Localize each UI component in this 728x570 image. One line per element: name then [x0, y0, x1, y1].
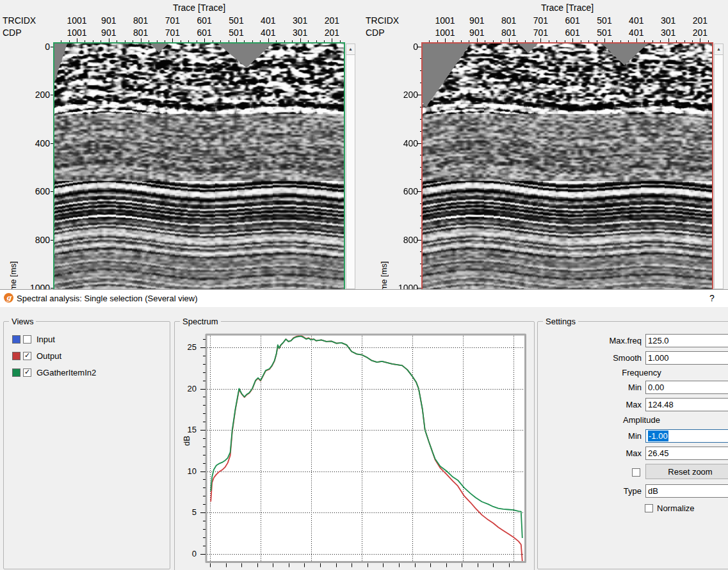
input-label: Input [36, 335, 55, 344]
application-window: Trace [Trace] TRCIDX CDP Time [ms] ▲ Tra… [0, 0, 728, 570]
ggatheritemin2-label: GGatherItemIn2 [36, 368, 96, 377]
freq-max-field[interactable] [645, 398, 728, 411]
seismic-viewer: Trace [Trace] TRCIDX CDP Time [ms] ▲ Tra… [0, 0, 728, 289]
scrollbar-left-panel[interactable]: ▲ [346, 44, 355, 289]
trcidx-tick-label: 301 [654, 15, 683, 26]
input-checkbox[interactable] [23, 335, 31, 344]
trcidx-tick-label: 801 [495, 15, 523, 26]
trcidx-tick-label: 901 [463, 15, 491, 26]
time-tick-label: 1000 [389, 283, 418, 289]
time-tick-label: 200 [389, 90, 418, 100]
time-tick-label: 800 [389, 235, 418, 245]
scrollbar-right-panel[interactable]: ▲ [714, 44, 724, 289]
spectral-analysis-dialog: g Spectral analysis: Single selection (S… [0, 289, 728, 570]
output-checkbox[interactable] [23, 352, 31, 360]
cdp-tick-label: 501 [222, 28, 250, 38]
trcidx-tick-label: 601 [558, 15, 586, 26]
normalize-checkbox[interactable] [645, 504, 653, 512]
scroll-up-icon[interactable]: ▲ [346, 44, 355, 55]
amp-max-field[interactable] [645, 447, 728, 460]
seismic-view-right[interactable] [421, 42, 713, 289]
trace-axis-title-left: Trace [Trace] [161, 3, 238, 13]
input-color-swatch [12, 335, 20, 344]
cdp-tick-label: 201 [318, 28, 346, 38]
spectrum-ytick-label: 25 [177, 342, 197, 352]
maxfreq-label: Max.freq [578, 336, 642, 345]
cdp-row-label-left: CDP [3, 28, 22, 38]
time-tick-label: 600 [389, 186, 418, 196]
spectrum-ytick-label: 5 [177, 507, 197, 517]
cdp-tick-label: 401 [254, 28, 282, 38]
help-button[interactable]: ? [709, 293, 715, 303]
cdp-tick-label: 301 [286, 28, 314, 38]
cdp-tick-label: 801 [127, 28, 155, 38]
trcidx-tick-label: 901 [95, 15, 123, 26]
time-tick-label: 400 [389, 138, 418, 148]
type-label: Type [578, 486, 642, 496]
cdp-tick-label: 1001 [63, 28, 91, 38]
spectrum-caption: Spectrum [180, 317, 221, 326]
spectrum-ytick-label: 10 [177, 466, 197, 476]
spectrum-ytick-label: 0 [177, 549, 197, 558]
cdp-tick-label: 501 [590, 28, 619, 38]
amp-max-label: Max [578, 448, 642, 458]
maxfreq-field[interactable] [645, 334, 728, 347]
views-groupbox: Views Input Output GGatherItemIn2 [3, 321, 170, 569]
cdp-tick-label: 901 [463, 28, 491, 38]
spectrum-ytick-label: 20 [177, 384, 197, 393]
frequency-section-label: Frequency [603, 368, 680, 377]
dialog-titlebar: g Spectral analysis: Single selection (S… [0, 290, 728, 307]
ggatheritemin2-checkbox[interactable] [23, 368, 31, 377]
cdp-tick-label: 901 [95, 28, 123, 38]
reset-zoom-button[interactable]: Reset zoom [645, 464, 728, 479]
cdp-tick-label: 601 [558, 28, 586, 38]
dialog-title: Spectral analysis: Single selection (Sev… [17, 294, 198, 303]
amp-min-label: Min [578, 431, 642, 441]
view-row-output: Output [4, 351, 164, 362]
cdp-tick-label: 701 [158, 28, 186, 38]
trcidx-tick-label: 401 [254, 15, 282, 26]
time-axis-label-right: Time [ms] [379, 253, 389, 289]
trcidx-tick-label: 1001 [63, 15, 91, 26]
trcidx-tick-label: 601 [190, 15, 218, 26]
time-tick-label: 0 [20, 42, 50, 52]
amp-min-selected-text: -1.00 [648, 431, 668, 441]
amp-min-field[interactable]: -1.00 [645, 429, 728, 443]
reset-zoom-checkbox[interactable] [632, 468, 640, 477]
time-tick-label: 600 [20, 186, 50, 196]
cdp-tick-label: 701 [526, 28, 554, 38]
trcidx-tick-label: 1001 [431, 15, 459, 26]
normalize-label: Normalize [657, 503, 695, 513]
output-label: Output [36, 351, 61, 361]
smooth-field[interactable] [645, 351, 728, 365]
type-field[interactable] [645, 484, 728, 498]
spectrum-plot[interactable] [198, 331, 528, 569]
trcidx-tick-label: 701 [526, 15, 554, 26]
time-tick-label: 400 [20, 138, 50, 148]
freq-min-field[interactable] [645, 381, 728, 394]
time-tick-label: 800 [20, 235, 50, 245]
output-color-swatch [12, 352, 20, 360]
cdp-tick-label: 401 [622, 28, 651, 38]
time-axis-label-left: Time [ms] [8, 253, 18, 289]
trcidx-tick-label: 401 [622, 15, 651, 26]
seismic-image-right[interactable] [423, 44, 712, 289]
seismic-view-left[interactable] [53, 42, 345, 289]
trcidx-tick-label: 201 [686, 15, 714, 26]
freq-max-label: Max [578, 400, 642, 409]
seismic-image-left[interactable] [54, 44, 344, 289]
trcidx-tick-label: 501 [590, 15, 619, 26]
cdp-tick-label: 601 [190, 28, 218, 38]
settings-caption: Settings [543, 317, 578, 326]
trcidx-row-label-left: TRCIDX [3, 15, 36, 26]
trcidx-tick-label: 501 [222, 15, 250, 26]
trcidx-tick-label: 801 [127, 15, 155, 26]
trace-axis-title-right: Trace [Trace] [529, 3, 606, 13]
trcidx-row-label-right: TRCIDX [366, 15, 399, 26]
app-logo-icon: g [4, 293, 13, 303]
scroll-up-icon[interactable]: ▲ [715, 44, 723, 55]
amplitude-section-label: Amplitude [603, 415, 680, 425]
cdp-tick-label: 801 [495, 28, 523, 38]
cdp-tick-label: 201 [686, 28, 714, 38]
trcidx-tick-label: 701 [158, 15, 186, 26]
